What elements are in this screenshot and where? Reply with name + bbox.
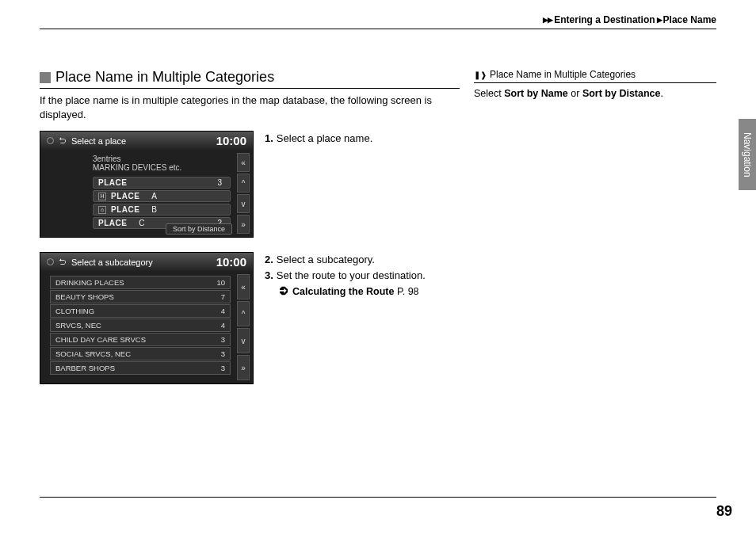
subcategory-row[interactable]: BEAUTY SHOPS7	[50, 290, 231, 303]
chevron-icon: ▶▶	[543, 16, 552, 24]
scroll-down-icon[interactable]: v	[237, 194, 250, 213]
page-number: 89	[716, 503, 732, 520]
entry-count: 3entries	[45, 153, 248, 163]
subcategory-row[interactable]: SOCIAL SRVCS, NEC3	[50, 347, 231, 360]
bottom-rule	[40, 497, 716, 498]
sidebar-heading: ❚❱ Place Name in Multiple Categories	[474, 69, 716, 83]
square-bullet-icon	[40, 72, 51, 83]
place-row[interactable]: PLACE3	[93, 177, 231, 189]
scroll-up-icon[interactable]: ^	[237, 301, 250, 326]
subcategory-row[interactable]: SRVCS, NEC4	[50, 318, 231, 332]
voice-icon	[47, 137, 54, 144]
subcategory-row[interactable]: DRINKING PLACES10	[50, 276, 231, 289]
section-tab: Navigation	[739, 119, 756, 190]
breadcrumb: ▶▶Entering a Destination▶Place Name	[40, 14, 716, 29]
scroll-top-icon[interactable]: «	[237, 153, 250, 172]
step-3: 3.Set the route to your destination.	[265, 268, 426, 284]
crumb-b: Place Name	[663, 14, 716, 25]
book-icon: ⮊	[279, 286, 289, 297]
screen-title: Select a place	[71, 136, 126, 146]
query-text: MARKING DEVICES etc.	[45, 163, 248, 177]
chevron-icon: ▶	[657, 16, 662, 24]
crumb-a: Entering a Destination	[554, 14, 655, 25]
scrollbar[interactable]: « ^ v »	[237, 274, 250, 380]
scroll-bottom-icon[interactable]: »	[237, 215, 250, 234]
section-intro: If the place name is in multiple categor…	[40, 93, 460, 121]
top-rule	[40, 29, 716, 29]
note-icon: ❚❱	[474, 71, 487, 79]
back-icon: ⮌	[59, 136, 67, 145]
subcategory-row[interactable]: CHILD DAY CARE SRVCS3	[50, 333, 231, 346]
sidebar-text: Select Sort by Name or Sort by Distance.	[474, 88, 716, 99]
back-icon: ⮌	[59, 257, 67, 266]
clock: 10:00	[216, 134, 246, 147]
sidebar-title: Place Name in Multiple Categories	[490, 69, 636, 80]
scroll-top-icon[interactable]: «	[237, 274, 250, 299]
cross-reference: ⮊Calculating the Route P. 98	[265, 284, 426, 299]
step-1: 1.Select a place name.	[265, 131, 372, 147]
clock: 10:00	[216, 255, 246, 269]
section-heading: Place Name in Multiple Categories	[40, 69, 460, 89]
scroll-down-icon[interactable]: v	[237, 328, 250, 353]
screenshot-select-place: ⮌ Select a place 10:00 3entries MARKING …	[40, 131, 254, 238]
step-2: 2.Select a subcategory.	[265, 252, 426, 268]
sort-button[interactable]: Sort by Distance	[166, 223, 232, 235]
scroll-bottom-icon[interactable]: »	[237, 355, 250, 380]
category-icon: ⌂	[98, 206, 106, 214]
screenshot-select-subcategory: ⮌ Select a subcategory 10:00 DRINKING PL…	[40, 252, 254, 384]
subcategory-row[interactable]: BARBER SHOPS3	[50, 361, 231, 375]
screen-title: Select a subcategory	[71, 257, 153, 267]
voice-icon	[47, 258, 54, 265]
subcategory-row[interactable]: CLOTHING4	[50, 304, 231, 318]
place-row[interactable]: HPLACE A	[93, 190, 231, 202]
section-title: Place Name in Multiple Categories	[55, 69, 274, 86]
place-row[interactable]: ⌂PLACE B	[93, 204, 231, 216]
category-icon: H	[98, 193, 106, 200]
scrollbar[interactable]: « ^ v »	[237, 153, 250, 234]
scroll-up-icon[interactable]: ^	[237, 174, 250, 193]
